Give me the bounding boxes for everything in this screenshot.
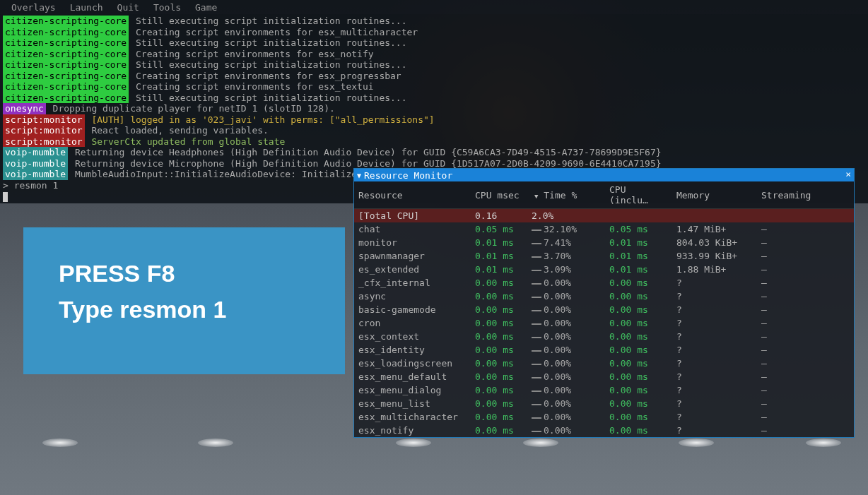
table-row[interactable]: spawnmanager0.01 ms3.70%0.01 ms933.99 Ki… [354, 249, 854, 263]
column-header[interactable]: CPU (inclu… [605, 181, 672, 209]
time-percent: 0.00% [527, 303, 605, 316]
cpu-msec: 0.00 ms [471, 316, 527, 330]
close-icon[interactable]: × [845, 169, 851, 179]
table-row[interactable]: esx_menu_list0.00 ms0.00%0.00 ms?– [354, 397, 854, 410]
time-percent: 0.00% [527, 357, 605, 370]
log-message: Returning device Microphone (High Defini… [69, 158, 661, 169]
time-bar-icon [532, 283, 541, 285]
streaming: – [757, 249, 854, 263]
memory: ? [672, 410, 757, 424]
table-row[interactable]: esx_loadingscreen0.00 ms0.00%0.00 ms?– [354, 357, 854, 370]
time-percent: 32.10% [527, 222, 605, 236]
resource-name: chat [354, 222, 471, 236]
log-tag: voip-mumble [3, 158, 68, 169]
streaming: – [757, 316, 854, 330]
table-row[interactable]: cron0.00 ms0.00%0.00 ms?– [354, 316, 854, 330]
resource-name: esx_context [354, 330, 471, 343]
cpu-msec: 0.00 ms [471, 370, 527, 383]
menu-launch[interactable]: Launch [63, 2, 110, 13]
log-tag: onesync [3, 103, 46, 114]
cpu-msec: 0.00 ms [471, 424, 527, 437]
table-row[interactable]: _cfx_internal0.00 ms0.00%0.00 ms?– [354, 276, 854, 290]
column-header[interactable]: Streaming [757, 181, 854, 209]
cpu-inclusive: 0.00 ms [605, 424, 672, 437]
table-row[interactable]: chat0.05 ms32.10%0.05 ms1.47 MiB+– [354, 222, 854, 236]
cpu-msec: 0.01 ms [471, 236, 527, 249]
resource-name: esx_multicharacter [354, 410, 471, 424]
menu-quit[interactable]: Quit [110, 2, 146, 13]
table-row[interactable]: [Total CPU]0.162.0% [354, 209, 854, 223]
console-line: onesync Dropping duplicate player for ne… [3, 103, 865, 114]
memory: 1.47 MiB+ [672, 222, 757, 236]
time-percent: 3.09% [527, 263, 605, 276]
resource-name: esx_menu_default [354, 370, 471, 383]
time-percent: 2.0% [527, 209, 605, 223]
cpu-msec: 0.05 ms [471, 222, 527, 236]
log-message: Creating script environments for esx_tex… [130, 81, 373, 92]
menu-game[interactable]: Game [188, 2, 224, 13]
table-row[interactable]: esx_notify0.00 ms0.00%0.00 ms?– [354, 424, 854, 437]
time-bar-icon [532, 256, 541, 258]
menu-tools[interactable]: Tools [146, 2, 188, 13]
memory: ? [672, 343, 757, 357]
streaming: – [757, 410, 854, 424]
column-header[interactable]: Resource [354, 181, 471, 209]
time-percent: 0.00% [527, 276, 605, 290]
memory: ? [672, 276, 757, 290]
time-bar-icon [532, 390, 541, 392]
log-tag: citizen-scripting-core [3, 59, 129, 71]
time-percent: 0.00% [527, 370, 605, 383]
cpu-msec: 0.16 [471, 209, 527, 223]
table-row[interactable]: esx_menu_default0.00 ms0.00%0.00 ms?– [354, 370, 854, 383]
resmon-titlebar[interactable]: ▼ Resource Monitor × [354, 169, 854, 181]
table-row[interactable]: esx_context0.00 ms0.00%0.00 ms?– [354, 330, 854, 343]
table-row[interactable]: esx_multicharacter0.00 ms0.00%0.00 ms?– [354, 410, 854, 424]
log-message: Still executing script initialization ro… [130, 93, 406, 103]
resource-name: esx_menu_dialog [354, 383, 471, 397]
table-row[interactable]: async0.00 ms0.00%0.00 ms?– [354, 290, 854, 303]
collapse-icon[interactable]: ▼ [357, 172, 361, 179]
resource-name: cron [354, 316, 471, 330]
memory: ? [672, 397, 757, 410]
streaming: – [757, 343, 854, 357]
time-bar-icon [532, 297, 541, 298]
cpu-msec: 0.00 ms [471, 410, 527, 424]
table-row[interactable]: esx_menu_dialog0.00 ms0.00%0.00 ms?– [354, 383, 854, 397]
time-bar-icon [532, 337, 541, 338]
streaming: – [757, 357, 854, 370]
time-bar-icon [532, 404, 541, 405]
memory: 804.03 KiB+ [672, 236, 757, 249]
instruction-line-1: PRESS F8 [59, 256, 310, 292]
memory: ? [672, 370, 757, 383]
column-header[interactable]: ▼ Time % [527, 181, 605, 209]
resource-monitor-window[interactable]: ▼ Resource Monitor × ResourceCPU msec▼ T… [353, 168, 855, 438]
time-bar-icon [532, 350, 541, 352]
memory: 1.88 MiB+ [672, 263, 757, 276]
sort-desc-icon: ▼ [534, 193, 538, 200]
cpu-msec: 0.00 ms [471, 276, 527, 290]
column-header[interactable]: Memory [672, 181, 757, 209]
table-row[interactable]: esx_identity0.00 ms0.00%0.00 ms?– [354, 343, 854, 357]
memory: ? [672, 383, 757, 397]
cpu-inclusive: 0.00 ms [605, 290, 672, 303]
cpu-msec: 0.00 ms [471, 290, 527, 303]
log-tag: script:monitor [3, 136, 85, 148]
cpu-inclusive: 0.05 ms [605, 222, 672, 236]
instruction-overlay: PRESS F8 Type resmon 1 [23, 227, 345, 374]
table-row[interactable]: basic-gamemode0.00 ms0.00%0.00 ms?– [354, 303, 854, 316]
cpu-msec: 0.00 ms [471, 303, 527, 316]
log-message: Still executing script initialization ro… [130, 37, 406, 48]
time-bar-icon [532, 431, 541, 432]
resource-name: esx_identity [354, 343, 471, 357]
cpu-msec: 0.00 ms [471, 330, 527, 343]
cpu-msec: 0.00 ms [471, 343, 527, 357]
cpu-inclusive: 0.00 ms [605, 357, 672, 370]
menu-overlays[interactable]: Overlays [4, 2, 63, 13]
table-row[interactable]: monitor0.01 ms7.41%0.01 ms804.03 KiB+– [354, 236, 854, 249]
time-percent: 0.00% [527, 397, 605, 410]
column-header[interactable]: CPU msec [471, 181, 527, 209]
log-message: Returning device Headphones (High Defini… [69, 147, 661, 157]
cpu-msec: 0.00 ms [471, 357, 527, 370]
log-tag: voip-mumble [3, 147, 68, 158]
table-row[interactable]: es_extended0.01 ms3.09%0.01 ms1.88 MiB+– [354, 263, 854, 276]
